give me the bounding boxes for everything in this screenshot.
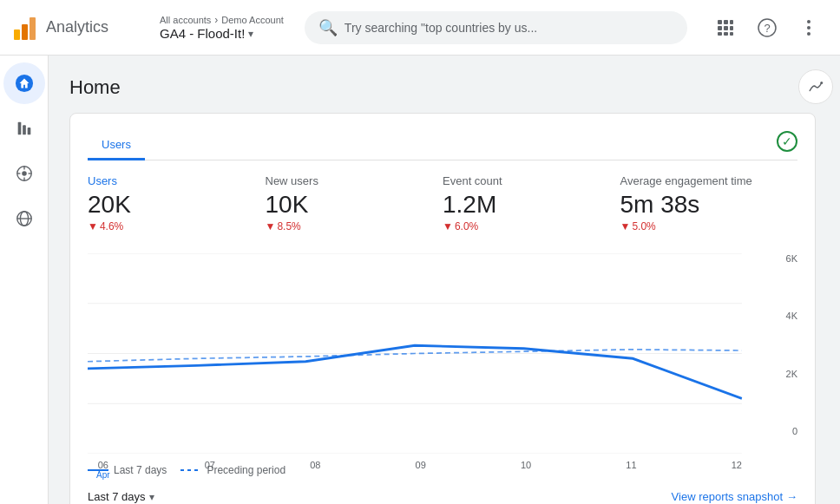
help-button[interactable]: ?: [750, 10, 784, 45]
sidebar-item-reports[interactable]: [3, 108, 45, 149]
svg-rect-15: [17, 122, 21, 135]
metric-users-value: 20K: [88, 191, 252, 219]
main-content: Home Users ✓ Users 20K ▼ 4.6% New users …: [49, 56, 840, 504]
metric-event-change: ▼ 6.0%: [443, 220, 607, 232]
metric-users-change: ▼ 4.6%: [88, 220, 252, 232]
page-title: Home: [69, 76, 819, 99]
svg-rect-1: [724, 20, 728, 24]
svg-rect-6: [718, 32, 722, 36]
metric-new-users-value: 10K: [266, 191, 430, 219]
sidebar: [0, 56, 49, 504]
svg-rect-7: [724, 32, 728, 36]
svg-rect-5: [730, 26, 733, 30]
card-tabs: Users: [88, 131, 797, 160]
all-accounts-link[interactable]: All accounts: [160, 15, 211, 25]
down-arrow-icon: ▼: [88, 220, 98, 232]
analytics-logo: [14, 16, 36, 40]
property-selector[interactable]: GA4 - Flood-It! ▾: [160, 26, 284, 41]
svg-rect-2: [730, 20, 733, 24]
chart-svg: [88, 253, 768, 454]
date-range-selector[interactable]: Last 7 days ▾: [88, 490, 154, 503]
property-dropdown-arrow: ▾: [248, 28, 253, 40]
breadcrumb-top: All accounts › Demo Account: [160, 14, 284, 26]
x-label-06: 06 Apr: [96, 460, 110, 480]
metric-new-users-change: ▼ 8.5%: [266, 220, 430, 232]
home-card: Users ✓ Users 20K ▼ 4.6% New users 10K ▼…: [69, 113, 816, 504]
svg-point-32: [820, 82, 823, 84]
y-axis-labels: 6K 4K 2K 0: [768, 253, 797, 454]
apps-button[interactable]: [708, 10, 743, 45]
svg-rect-3: [718, 26, 722, 30]
x-label-12: 12: [732, 460, 742, 480]
down-arrow-icon: ▼: [266, 220, 276, 232]
more-vert-icon: [807, 20, 810, 36]
metric-engagement: Average engagement time 5m 38s ▼ 5.0%: [620, 174, 798, 246]
home-icon: [15, 74, 34, 93]
down-arrow-icon: ▼: [443, 220, 453, 232]
metric-event-value: 1.2M: [443, 191, 607, 219]
metric-event-pct: 6.0%: [455, 220, 478, 232]
metrics-row: Users 20K ▼ 4.6% New users 10K ▼ 8.5% Ev…: [88, 174, 797, 246]
apps-icon: [717, 19, 734, 36]
metric-engagement-pct: 5.0%: [632, 220, 655, 232]
insights-icon: [808, 79, 824, 95]
top-navigation: Analytics All accounts › Demo Account GA…: [0, 0, 840, 56]
x-label-09: 09: [416, 460, 426, 480]
metric-engagement-change: ▼ 5.0%: [620, 220, 784, 232]
tab-users[interactable]: Users: [88, 131, 145, 160]
more-button[interactable]: [791, 10, 826, 45]
metric-new-users-label: New users: [266, 174, 430, 187]
help-icon: ?: [758, 18, 777, 37]
explore-icon: [15, 164, 34, 183]
view-reports-link[interactable]: View reports snapshot →: [672, 490, 797, 503]
nav-actions: ?: [708, 10, 826, 45]
search-bar[interactable]: 🔍 Try searching "top countries by us...: [305, 11, 687, 44]
logo-area: Analytics: [14, 16, 153, 40]
svg-rect-17: [27, 128, 30, 134]
date-range-arrow: ▾: [149, 491, 154, 503]
view-reports-label: View reports snapshot: [672, 490, 783, 503]
chart-wrapper: 06 Apr 07 08 09 10: [88, 253, 768, 454]
metric-users-label: Users: [88, 174, 252, 187]
svg-rect-16: [23, 125, 26, 134]
chart-container: 06 Apr 07 08 09 10: [88, 253, 797, 454]
metric-users-pct: 4.6%: [100, 220, 123, 232]
metric-engagement-value: 5m 38s: [620, 191, 784, 219]
right-panel-toggle[interactable]: [798, 69, 833, 104]
breadcrumb-chevron: ›: [214, 14, 218, 26]
sidebar-item-home[interactable]: [3, 62, 45, 104]
y-label-6k: 6K: [768, 253, 797, 264]
svg-rect-8: [730, 32, 733, 36]
y-label-0: 0: [768, 426, 797, 436]
arrow-right-icon: →: [786, 490, 797, 503]
metric-new-users: New users 10K ▼ 8.5%: [266, 174, 443, 246]
demo-account-link[interactable]: Demo Account: [221, 15, 284, 25]
x-label-11: 11: [626, 460, 636, 480]
y-label-2k: 2K: [768, 369, 797, 379]
x-label-08: 08: [310, 460, 320, 480]
svg-point-13: [807, 32, 810, 36]
metric-new-users-pct: 8.5%: [277, 220, 300, 232]
x-label-07: 07: [205, 460, 215, 480]
metric-event-count: Event count 1.2M ▼ 6.0%: [443, 174, 620, 246]
app-title: Analytics: [46, 18, 108, 36]
metric-users: Users 20K ▼ 4.6%: [88, 174, 266, 246]
metric-engagement-label: Average engagement time: [620, 174, 784, 187]
search-icon: 🔍: [318, 18, 338, 37]
svg-point-12: [807, 26, 810, 29]
down-arrow-icon: ▼: [620, 220, 631, 232]
advertising-icon: [15, 209, 34, 228]
x-axis-labels: 06 Apr 07 08 09 10: [88, 456, 768, 480]
check-icon: ✓: [777, 131, 797, 152]
sidebar-item-explore[interactable]: [3, 153, 45, 194]
card-footer: Last 7 days ▾ View reports snapshot →: [88, 490, 797, 503]
metric-event-label: Event count: [443, 174, 607, 187]
x-label-10: 10: [521, 460, 531, 480]
search-placeholder: Try searching "top countries by us...: [345, 21, 537, 35]
sidebar-item-advertising[interactable]: [3, 198, 45, 239]
reports-icon: [15, 119, 34, 138]
breadcrumb: All accounts › Demo Account GA4 - Flood-…: [160, 14, 284, 41]
date-range-label: Last 7 days: [88, 490, 146, 503]
svg-point-19: [22, 171, 27, 176]
svg-rect-0: [718, 20, 722, 24]
